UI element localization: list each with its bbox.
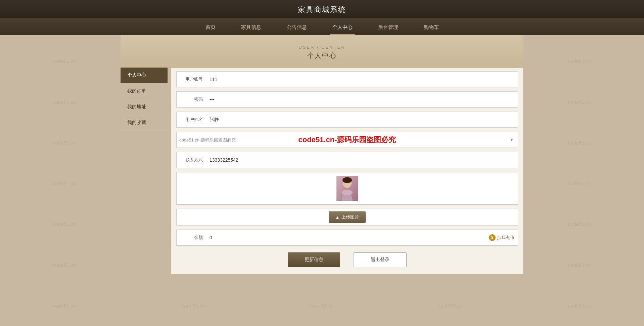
sidebar-item-favorites[interactable]: 我的收藏	[121, 115, 168, 131]
avatar-row	[176, 172, 518, 205]
username-label: 用户账号	[177, 76, 207, 82]
main-layout: 个人中心 我的订单 我的地址 我的收藏 用户账号 密码 用户姓名	[121, 68, 523, 274]
nav-cart[interactable]: 购物车	[421, 18, 442, 35]
nav-home[interactable]: 首页	[203, 18, 218, 35]
nav-user-center[interactable]: 个人中心	[330, 18, 355, 35]
gender-row: code51.cn-源码乐园盗图必究 男 女 ▼ code51.cn-源码乐园盗…	[176, 132, 518, 148]
gender-select[interactable]: code51.cn-源码乐园盗图必究 男 女	[177, 132, 518, 148]
upload-row: ▲ 上传图片	[176, 209, 518, 226]
nav-bar: 首页 家具信息 公告信息 个人中心 后台管理 购物车	[0, 18, 644, 35]
upload-icon: ▲	[335, 215, 340, 220]
form-panel: 用户账号 密码 用户姓名 code51.cn-源码乐园盗图必究 男 女	[171, 68, 523, 274]
username-input[interactable]	[207, 72, 518, 87]
balance-label: 余额	[177, 235, 207, 241]
sidebar-item-orders[interactable]: 我的订单	[121, 83, 168, 99]
logout-button[interactable]: 退出登录	[354, 252, 407, 267]
password-label: 密码	[177, 96, 207, 103]
avatar-svg	[336, 176, 358, 201]
update-button[interactable]: 更新信息	[288, 252, 340, 267]
page-content: USER / CENTER 个人中心 个人中心 我的订单 我的地址 我的收藏 用…	[121, 35, 523, 288]
svg-point-4	[342, 190, 353, 195]
banner-subtitle: USER / CENTER	[121, 45, 523, 50]
balance-row: 余额 ¥ 点我充值	[176, 230, 518, 246]
username-row: 用户账号	[176, 71, 518, 87]
svg-point-3	[342, 177, 352, 183]
action-row: 更新信息 退出登录	[176, 252, 518, 267]
upload-label: 上传图片	[341, 214, 359, 220]
password-input[interactable]	[207, 92, 518, 107]
page-banner: USER / CENTER 个人中心	[121, 35, 523, 68]
sidebar-item-profile[interactable]: 个人中心	[121, 68, 168, 83]
sidebar: 个人中心 我的订单 我的地址 我的收藏	[121, 68, 168, 131]
recharge-label: 点我充值	[497, 235, 514, 241]
phone-row: 联系方式	[176, 152, 518, 168]
nav-admin[interactable]: 后台管理	[375, 18, 401, 35]
phone-input[interactable]	[207, 152, 518, 168]
nickname-row: 用户姓名	[176, 112, 518, 128]
top-bar: 家具商城系统	[0, 0, 644, 18]
nav-announcement[interactable]: 公告信息	[284, 18, 310, 35]
password-row: 密码	[176, 91, 518, 108]
phone-label: 联系方式	[177, 157, 207, 163]
app-title: 家具商城系统	[298, 5, 346, 14]
avatar-image	[336, 176, 358, 201]
balance-input[interactable]	[207, 230, 489, 245]
nickname-label: 用户姓名	[177, 117, 207, 123]
sidebar-item-address[interactable]: 我的地址	[121, 99, 168, 115]
recharge-icon: ¥	[489, 234, 496, 241]
banner-title: 个人中心	[121, 51, 523, 60]
nickname-input[interactable]	[207, 112, 518, 127]
recharge-button[interactable]: ¥ 点我充值	[489, 234, 514, 241]
nav-furniture[interactable]: 家具信息	[238, 18, 264, 35]
upload-button[interactable]: ▲ 上传图片	[329, 211, 366, 223]
